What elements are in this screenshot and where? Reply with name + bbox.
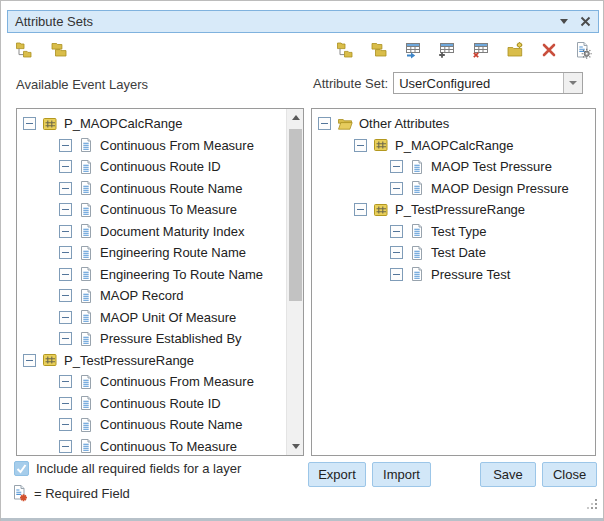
event-icon	[42, 352, 58, 368]
scroll-down-icon[interactable]	[287, 438, 304, 455]
collapse-toggle-icon[interactable]	[59, 311, 72, 324]
field-icon	[409, 159, 425, 175]
available-layers-label: Available Event Layers	[16, 77, 148, 92]
save-button[interactable]: Save	[480, 462, 536, 487]
tree-item[interactable]: P_TestPressureRange	[312, 199, 595, 221]
collapse-toggle-icon[interactable]	[354, 139, 367, 152]
titlebar: Attribute Sets	[7, 10, 599, 33]
folders-icon[interactable]	[370, 41, 388, 59]
required-field-icon	[12, 484, 29, 503]
tree-item[interactable]: P_MAOPCalcRange	[17, 113, 286, 135]
tree-item[interactable]: Pressure Established By	[17, 328, 286, 350]
tree-item[interactable]: Engineering To Route Name	[17, 264, 286, 286]
tree-item[interactable]: Document Maturity Index	[17, 221, 286, 243]
tree-item[interactable]: MAOP Test Pressure	[312, 156, 595, 178]
collapse-toggle-icon[interactable]	[59, 397, 72, 410]
tree-item-label: Continuous From Measure	[100, 374, 254, 389]
collapse-toggle-icon[interactable]	[59, 139, 72, 152]
attribute-set-dropdown[interactable]: UserConfigured	[393, 72, 583, 94]
include-required-label: Include all required fields for a layer	[36, 461, 241, 476]
close-button[interactable]: Close	[542, 462, 597, 487]
tree-item[interactable]: P_TestPressureRange	[17, 350, 286, 372]
field-icon	[78, 159, 94, 175]
collapse-toggle-icon[interactable]	[390, 160, 403, 173]
export-button[interactable]: Export	[308, 462, 366, 487]
collapse-toggle-icon[interactable]	[59, 418, 72, 431]
attribute-set-value: UserConfigured	[394, 76, 563, 91]
tree-item[interactable]: Continuous To Measure	[17, 436, 286, 457]
collapse-toggle-icon[interactable]	[390, 182, 403, 195]
tree-item-label: P_MAOPCalcRange	[395, 138, 514, 153]
field-icon	[78, 223, 94, 239]
tree-item-label: P_MAOPCalcRange	[64, 116, 183, 131]
collapse-toggle-icon[interactable]	[390, 225, 403, 238]
tree-item[interactable]: Continuous Route Name	[17, 178, 286, 200]
folder-gear-icon[interactable]	[506, 41, 524, 59]
tree-item[interactable]: Pressure Test	[312, 264, 595, 286]
dock-caret-icon[interactable]	[560, 19, 568, 24]
tree-item[interactable]: MAOP Unit Of Measure	[17, 307, 286, 329]
tree-item[interactable]: Continuous Route ID	[17, 156, 286, 178]
dropdown-button[interactable]	[563, 73, 582, 93]
tree-item-label: Continuous Route ID	[100, 159, 221, 174]
tree-item[interactable]: Test Date	[312, 242, 595, 264]
collapse-toggle-icon[interactable]	[59, 225, 72, 238]
tree-item[interactable]: MAOP Design Pressure	[312, 178, 595, 200]
collapse-toggle-icon[interactable]	[318, 117, 331, 130]
scrollbar-thumb[interactable]	[289, 129, 302, 301]
scroll-up-icon[interactable]	[287, 109, 304, 126]
close-icon[interactable]	[580, 16, 591, 27]
collapse-toggle-icon[interactable]	[390, 268, 403, 281]
collapse-toggle-icon[interactable]	[59, 203, 72, 216]
collapse-toggle-icon[interactable]	[59, 332, 72, 345]
collapse-toggle-icon[interactable]	[59, 440, 72, 453]
field-icon	[78, 202, 94, 218]
tree-item-label: Other Attributes	[359, 116, 449, 131]
folder-icon	[337, 116, 353, 132]
table-remove-icon[interactable]	[472, 41, 490, 59]
collapse-toggle-icon[interactable]	[23, 354, 36, 367]
field-icon	[409, 266, 425, 282]
folders-icon[interactable]	[50, 41, 68, 59]
collapse-toggle-icon[interactable]	[390, 246, 403, 259]
tree-item[interactable]: MAOP Record	[17, 285, 286, 307]
collapse-toggle-icon[interactable]	[59, 375, 72, 388]
resize-grip-icon[interactable]	[586, 497, 599, 515]
collapse-toggle-icon[interactable]	[59, 268, 72, 281]
event-icon	[373, 137, 389, 153]
tree-item-label: MAOP Test Pressure	[431, 159, 552, 174]
include-required-checkbox[interactable]	[14, 461, 29, 476]
import-button[interactable]: Import	[372, 462, 431, 487]
collapse-toggle-icon[interactable]	[23, 117, 36, 130]
field-icon	[78, 438, 94, 454]
delete-icon[interactable]	[540, 41, 558, 59]
tree-item[interactable]: Continuous Route ID	[17, 393, 286, 415]
tree-item[interactable]: Continuous To Measure	[17, 199, 286, 221]
field-icon	[78, 137, 94, 153]
tree-item-label: Continuous Route ID	[100, 396, 221, 411]
tree-item[interactable]: Continuous From Measure	[17, 371, 286, 393]
tree-item[interactable]: Continuous From Measure	[17, 135, 286, 157]
tree-item-label: Test Date	[431, 245, 486, 260]
tree-item[interactable]: P_MAOPCalcRange	[312, 135, 595, 157]
field-icon	[78, 245, 94, 261]
collapse-toggle-icon[interactable]	[59, 289, 72, 302]
tree-item[interactable]: Test Type	[312, 221, 595, 243]
collapse-toggle-icon[interactable]	[59, 182, 72, 195]
field-icon	[78, 309, 94, 325]
scrollbar[interactable]	[286, 109, 303, 455]
field-icon	[409, 180, 425, 196]
collapse-toggle-icon[interactable]	[59, 160, 72, 173]
field-icon	[78, 266, 94, 282]
table-export-icon[interactable]	[404, 41, 422, 59]
tree-item[interactable]: Other Attributes	[312, 113, 595, 135]
collapse-toggle-icon[interactable]	[59, 246, 72, 259]
collapse-toggle-icon[interactable]	[354, 203, 367, 216]
layer-tree-icon[interactable]	[336, 41, 354, 59]
tree-item[interactable]: Engineering Route Name	[17, 242, 286, 264]
page-settings-icon[interactable]	[574, 41, 592, 59]
tree-item[interactable]: Continuous Route Name	[17, 414, 286, 436]
table-add-icon[interactable]	[438, 41, 456, 59]
layer-tree-icon[interactable]	[15, 41, 33, 59]
window-title: Attribute Sets	[15, 14, 560, 29]
